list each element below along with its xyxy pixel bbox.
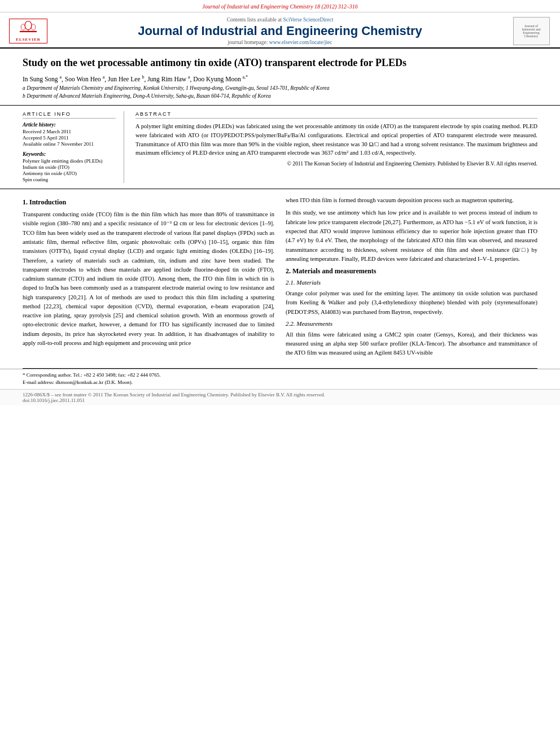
section1-para1: Transparent conducting oxide (TCO) film … bbox=[23, 210, 274, 348]
body-right-column: when ITO thin film is formed through vac… bbox=[286, 196, 537, 361]
journal-header: ELSEVIER Contents lists available at Sci… bbox=[0, 12, 560, 49]
abstract-column: ABSTRACT A polymer light emitting diodes… bbox=[135, 111, 537, 183]
body-left-column: 1. Introduction Transparent conducting o… bbox=[23, 196, 274, 361]
copyright-text: © 2011 The Korean Society of Industrial … bbox=[135, 161, 537, 167]
section2-sub1-title: 2.1. Materials bbox=[286, 279, 537, 286]
footer-doi: doi:10.1016/j.jiec.2011.11.051 bbox=[23, 397, 537, 403]
received-date: Received 2 March 2011 bbox=[23, 129, 116, 134]
sciverse-link[interactable]: SciVerse ScienceDirect bbox=[283, 17, 333, 23]
elsevier-text: ELSEVIER bbox=[16, 37, 40, 42]
section2-para2: All thin films were fabricated using a G… bbox=[286, 330, 537, 358]
footnote-email: E-mail address: dkmoon@konkuk.ac.kr (D.K… bbox=[23, 379, 537, 387]
affiliation-b: b Department of Advanced Materials Engin… bbox=[23, 93, 537, 100]
section2-sub2-title: 2.2. Measurements bbox=[286, 320, 537, 327]
authors-line: In Sung Song a, Soo Won Heo a, Jun Hee L… bbox=[23, 75, 537, 82]
article-title-section: Study on the wet processable antimony ti… bbox=[0, 49, 560, 106]
elsevier-logo: ELSEVIER bbox=[9, 19, 49, 43]
footnote-area: * Corresponding author. Tel.: +82 2 450 … bbox=[0, 369, 560, 389]
keyword-4: Spin coating bbox=[23, 177, 116, 182]
affiliation-a: a Department of Materials Chemistry and … bbox=[23, 85, 537, 92]
section2-para1: Orange color polymer was used for the em… bbox=[286, 289, 537, 317]
section1-para3: In this study, we use antimony which has… bbox=[286, 208, 537, 264]
article-meta-section: ARTICLE INFO Article history: Received 2… bbox=[0, 106, 560, 189]
homepage-url[interactable]: www.elsevier.com/locate/jiec bbox=[269, 40, 333, 45]
svg-point-3 bbox=[21, 24, 25, 30]
keywords-label: Keywords: bbox=[23, 151, 116, 157]
svg-point-1 bbox=[25, 21, 32, 30]
article-info-column: ARTICLE INFO Article history: Received 2… bbox=[23, 111, 124, 183]
section1-para2: when ITO thin film is formed through vac… bbox=[286, 196, 537, 205]
available-date: Available online 7 November 2011 bbox=[23, 141, 116, 147]
publisher-logo-right: Journal ofIndustrial andEngineeringChemi… bbox=[511, 17, 551, 45]
header-center: Contents lists available at SciVerse Sci… bbox=[54, 17, 506, 45]
journal-title: Journal of Industrial and Engineering Ch… bbox=[54, 24, 506, 38]
footer-issn: 1226-086X/$ – see front matter © 2011 Th… bbox=[23, 392, 537, 397]
abstract-text: A polymer light emitting diodes (PLEDs) … bbox=[135, 122, 537, 158]
section2-title: 2. Materials and measurements bbox=[286, 267, 537, 276]
contents-availability: Contents lists available at SciVerse Sci… bbox=[54, 17, 506, 23]
page: Journal of Industrial and Engineering Ch… bbox=[0, 0, 560, 747]
journal-citation: Journal of Industrial and Engineering Ch… bbox=[202, 3, 358, 10]
section1-title: 1. Introduction bbox=[23, 198, 274, 207]
accepted-date: Accepted 5 April 2011 bbox=[23, 135, 116, 141]
body-section: 1. Introduction Transparent conducting o… bbox=[0, 189, 560, 368]
top-banner: Journal of Industrial and Engineering Ch… bbox=[0, 0, 560, 12]
keyword-2: Indium tin oxide (ITO) bbox=[23, 164, 116, 170]
history-label: Article history: bbox=[23, 122, 116, 128]
right-logo-box: Journal ofIndustrial andEngineeringChemi… bbox=[513, 17, 550, 45]
affiliations: a Department of Materials Chemistry and … bbox=[23, 85, 537, 101]
keyword-3: Antimony tin oxide (ATO) bbox=[23, 171, 116, 176]
svg-point-4 bbox=[31, 24, 36, 30]
journal-homepage: journal homepage: www.elsevier.com/locat… bbox=[54, 40, 506, 45]
abstract-heading: ABSTRACT bbox=[135, 111, 537, 119]
bottom-footer: 1226-086X/$ – see front matter © 2011 Th… bbox=[0, 389, 560, 405]
keyword-1: Polymer light emitting diodes (PLEDs) bbox=[23, 158, 116, 164]
article-info-heading: ARTICLE INFO bbox=[23, 111, 116, 119]
elsevier-tree-icon bbox=[17, 20, 40, 37]
article-title: Study on the wet processable antimony ti… bbox=[23, 56, 537, 69]
footnote-star: * Corresponding author. Tel.: +82 2 450 … bbox=[23, 372, 537, 379]
